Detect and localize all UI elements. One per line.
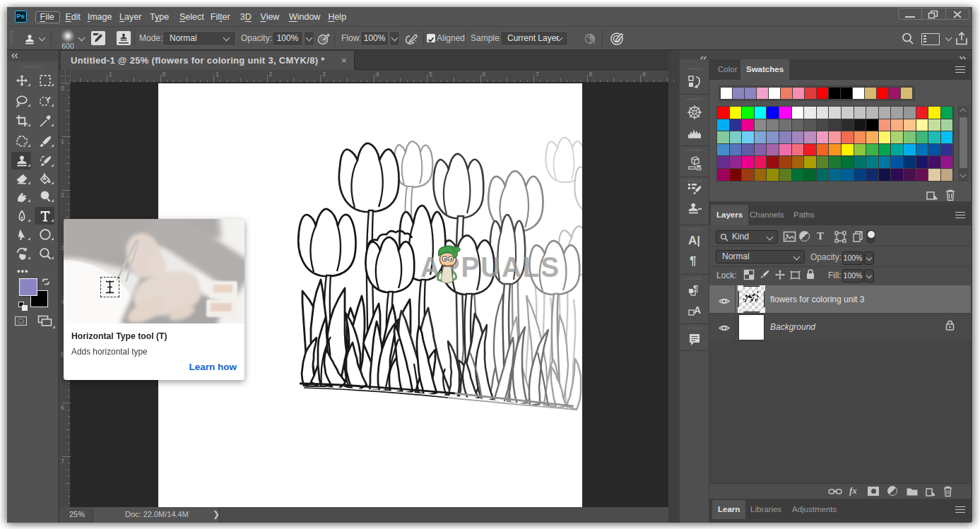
svg-text:A: A (694, 304, 701, 316)
